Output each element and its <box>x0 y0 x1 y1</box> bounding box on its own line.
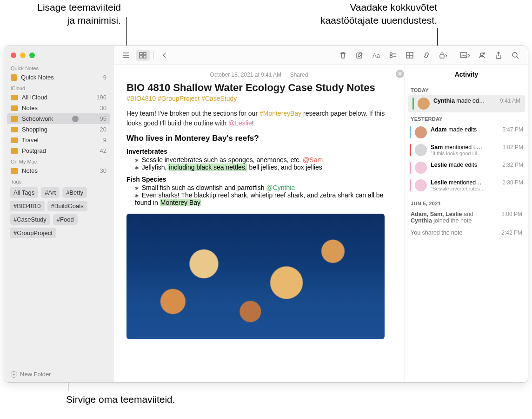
tag-pill[interactable]: #CaseStudy <box>10 214 50 225</box>
sidebar-item-label: Quick Notes <box>21 74 54 81</box>
lock-button[interactable] <box>436 50 450 61</box>
sidebar-item-label: All iCloud <box>22 94 47 101</box>
note-subheading: Fish Species <box>126 176 392 183</box>
svg-rect-10 <box>460 52 467 58</box>
activity-plain-item: You shared the note2:42 PM <box>405 227 528 239</box>
note-image-jellyfish <box>126 214 385 339</box>
note-subheading: Invertebrates <box>126 148 392 155</box>
sidebar-item-schoolwork[interactable]: Schoolwork 95 <box>7 113 110 124</box>
tag-pill[interactable]: All Tags <box>10 187 38 198</box>
activity-date-older: JUN 5, 2021 <box>411 201 528 206</box>
tag-pill[interactable]: #Food <box>53 214 78 225</box>
back-button[interactable] <box>158 50 172 61</box>
callout-bottom: Sirvige oma teemaviiteid. <box>66 393 175 406</box>
tag-pill[interactable]: #BuildGoals <box>47 201 87 211</box>
activity-color-strip <box>412 98 414 110</box>
sidebar-item-label: Shopping <box>22 126 47 133</box>
note-editor[interactable]: October 18, 2021 at 9:41 AM — Shared BIO… <box>113 65 405 382</box>
sidebar-item-label: Notes <box>22 167 38 174</box>
avatar <box>415 162 427 174</box>
sidebar-section-icloud: iCloud <box>4 83 113 92</box>
activity-item[interactable]: Sam mentioned L…"If this looks good I'll… <box>405 141 528 159</box>
sidebar-item-label: Postgrad <box>22 147 46 154</box>
sidebar-item-label: Schoolwork <box>22 115 53 122</box>
avatar <box>415 179 427 191</box>
checklist-button[interactable] <box>386 50 400 61</box>
sidebar-item-label: Notes <box>22 105 38 111</box>
window-controls <box>4 46 113 63</box>
sidebar-item-label: Travel <box>22 137 39 144</box>
svg-point-6 <box>390 53 392 55</box>
folder-icon <box>11 127 18 132</box>
avatar <box>418 98 430 110</box>
sidebar-section-quick-notes: Quick Notes <box>4 63 113 72</box>
svg-point-7 <box>390 56 392 58</box>
plus-icon: + <box>11 371 17 378</box>
shared-icon <box>72 116 79 122</box>
svg-rect-0 <box>140 52 142 55</box>
sidebar-item-local-notes[interactable]: Notes30 <box>4 165 113 176</box>
note-date: October 18, 2021 at 9:41 AM — Shared <box>126 72 392 78</box>
table-button[interactable] <box>403 50 417 61</box>
note-title: BIO 4810 Shallow Water Ecology Case Stud… <box>126 82 392 94</box>
new-folder-button[interactable]: + New Folder <box>4 366 113 382</box>
folder-icon <box>11 105 18 111</box>
list-view-button[interactable] <box>119 50 133 61</box>
activity-color-strip <box>410 179 411 191</box>
link-button[interactable] <box>419 50 433 61</box>
note-tags: #BIO4810 #GroupProject #CaseStudy <box>126 95 392 102</box>
note-paragraph: Hey team! I've broken out the sections f… <box>126 109 392 128</box>
sidebar-section-tags: Tags <box>4 176 113 185</box>
avatar <box>415 126 427 138</box>
folder-icon <box>11 95 18 100</box>
gallery-view-button[interactable] <box>136 50 150 61</box>
sidebar-item-shopping[interactable]: Shopping 20 <box>4 124 113 135</box>
media-button[interactable] <box>458 50 472 61</box>
share-button[interactable] <box>492 50 505 61</box>
format-button[interactable]: Aa <box>369 50 383 61</box>
sidebar-item-travel[interactable]: Travel 9 <box>4 135 113 145</box>
svg-rect-3 <box>143 56 146 58</box>
activity-item[interactable]: Leslie mentioned…"Sessile invertebrates…… <box>405 177 528 194</box>
svg-text:Aa: Aa <box>372 52 380 59</box>
main-area: Aa October 18, 2021 at 9:41 AM — Shared … <box>113 46 528 382</box>
fullscreen-window-button[interactable] <box>29 52 35 58</box>
collaborate-button[interactable] <box>475 50 489 61</box>
sidebar-item-postgrad[interactable]: Postgrad 42 <box>4 145 113 156</box>
sidebar-item-quick-notes[interactable]: Quick Notes 9 <box>4 72 113 83</box>
svg-point-12 <box>484 53 485 54</box>
sidebar-item-all-icloud[interactable]: All iCloud 196 <box>4 92 113 103</box>
folder-icon <box>11 148 18 154</box>
sidebar-item-notes[interactable]: Notes 30 <box>4 103 113 113</box>
activity-item[interactable]: Adam made edits 5:47 PM <box>405 124 528 141</box>
svg-rect-2 <box>140 56 142 58</box>
tag-pill[interactable]: #Betty <box>62 187 87 198</box>
toolbar: Aa <box>113 46 528 65</box>
activity-date-today: TODAY <box>411 87 528 93</box>
sidebar-section-onmymac: On My Mac <box>4 156 113 165</box>
activity-plain-item: Adam, Sam, Leslie and Cynthia joined the… <box>405 208 528 227</box>
close-window-button[interactable] <box>11 52 16 58</box>
svg-rect-1 <box>143 52 146 55</box>
note-heading: Who lives in Monterey Bay's reefs? <box>126 134 392 143</box>
activity-item[interactable]: Leslie made edits 2:32 PM <box>405 159 528 177</box>
activity-color-strip <box>410 126 411 138</box>
activity-title: ✕ Activity <box>405 65 528 84</box>
delete-button[interactable] <box>336 50 350 61</box>
avatar <box>415 144 427 156</box>
tag-pill[interactable]: #GroupProject <box>10 228 56 238</box>
notes-window: Quick Notes Quick Notes 9 iCloud All iCl… <box>4 46 528 383</box>
minimize-window-button[interactable] <box>20 52 26 58</box>
folder-icon <box>11 137 18 143</box>
activity-item[interactable]: Cynthia made ed… 9:41 AM <box>408 95 525 112</box>
new-note-button[interactable] <box>352 50 366 61</box>
close-activity-button[interactable]: ✕ <box>396 70 404 78</box>
callout-top-left: Lisage teemaviiteidja mainimisi. <box>9 1 121 27</box>
tag-pill[interactable]: #BIO4810 <box>10 201 45 211</box>
activity-date-yesterday: YESTERDAY <box>411 116 528 122</box>
search-button[interactable] <box>508 50 522 61</box>
tag-pill[interactable]: #Art <box>41 187 60 198</box>
quick-notes-icon <box>11 74 17 81</box>
note-list: Sessile invertebrates such as sponges, a… <box>126 156 392 171</box>
svg-rect-9 <box>440 55 444 58</box>
